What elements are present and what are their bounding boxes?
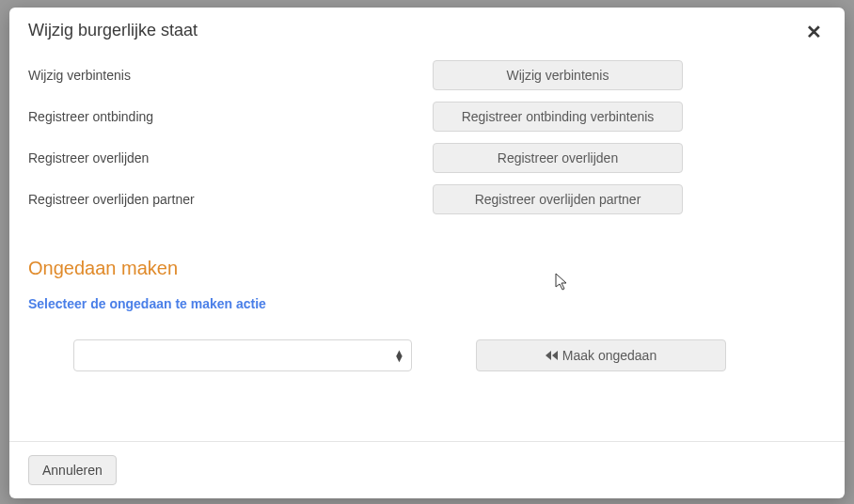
modal-title: Wijzig burgerlijke staat [28, 21, 198, 40]
button-registreer-ontbinding[interactable]: Registreer ontbinding verbintenis [433, 102, 683, 132]
undo-row: ▲▼ Maak ongedaan [28, 339, 826, 371]
label-registreer-ontbinding: Registreer ontbinding [28, 109, 433, 124]
undo-button-label: Maak ongedaan [562, 348, 656, 363]
cancel-button[interactable]: Annuleren [28, 455, 117, 485]
close-button[interactable]: ✕ [802, 21, 826, 43]
label-registreer-overlijden-partner: Registreer overlijden partner [28, 192, 433, 207]
button-wijzig-verbintenis[interactable]: Wijzig verbintenis [433, 60, 683, 90]
modal-header: Wijzig burgerlijke staat ✕ [9, 8, 845, 53]
row-registreer-overlijden-partner: Registreer overlijden partner Registreer… [28, 184, 826, 214]
button-registreer-overlijden-partner[interactable]: Registreer overlijden partner [433, 184, 683, 214]
label-registreer-overlijden: Registreer overlijden [28, 150, 433, 165]
row-registreer-overlijden: Registreer overlijden Registreer overlij… [28, 143, 826, 173]
section-subtitle: Selecteer de ongedaan te maken actie [28, 296, 826, 311]
modal-wijzig-burgerlijke-staat: Wijzig burgerlijke staat ✕ Wijzig verbin… [9, 8, 845, 498]
close-icon: ✕ [806, 22, 822, 42]
rewind-icon [546, 350, 559, 361]
undo-action-select[interactable] [73, 339, 412, 371]
button-maak-ongedaan[interactable]: Maak ongedaan [476, 339, 726, 371]
section-title-ongedaan-maken: Ongedaan maken [28, 258, 826, 279]
row-wijzig-verbintenis: Wijzig verbintenis Wijzig verbintenis [28, 60, 826, 90]
button-registreer-overlijden[interactable]: Registreer overlijden [433, 143, 683, 173]
undo-select-wrapper: ▲▼ [73, 339, 412, 371]
modal-footer: Annuleren [9, 441, 845, 498]
label-wijzig-verbintenis: Wijzig verbintenis [28, 68, 433, 83]
row-registreer-ontbinding: Registreer ontbinding Registreer ontbind… [28, 102, 826, 132]
modal-body: Wijzig verbintenis Wijzig verbintenis Re… [9, 53, 845, 441]
